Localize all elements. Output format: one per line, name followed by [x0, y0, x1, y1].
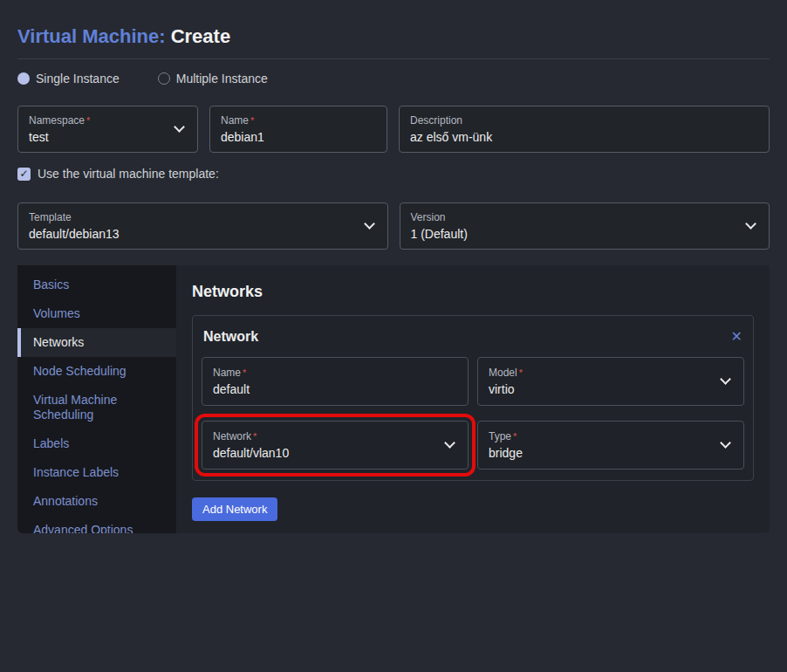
tab-labels[interactable]: Labels — [17, 429, 176, 458]
required-marker: * — [513, 431, 517, 442]
radio-multiple-instance[interactable]: Multiple Instance — [158, 72, 268, 86]
type-label: Type* — [489, 430, 733, 443]
network-card-fields: Name* default Model* virtio Network* def… — [202, 357, 744, 470]
basics-row-1: Namespace* test Name* debian1 Descriptio… — [17, 106, 770, 153]
required-marker: * — [253, 431, 257, 442]
template-label: Template — [29, 211, 377, 224]
model-select[interactable]: Model* virtio — [477, 357, 744, 406]
template-value: default/debian13 — [29, 226, 377, 242]
network-value: default/vlan10 — [213, 445, 457, 461]
network-card-title: Network — [203, 329, 258, 345]
use-template-checkbox-row[interactable]: ✓ Use the virtual machine template: — [17, 167, 770, 181]
required-marker: * — [519, 367, 523, 378]
description-field[interactable]: Description az első vm-ünk — [399, 106, 770, 153]
tab-networks[interactable]: Networks — [17, 328, 176, 357]
template-row: Template default/debian13 Version 1 (Def… — [17, 202, 770, 250]
title-divider — [17, 58, 770, 59]
radio-unselected-icon[interactable] — [158, 72, 170, 85]
namespace-label: Namespace* — [29, 114, 187, 127]
required-marker: * — [250, 115, 254, 126]
networks-panel: Networks Network ✕ Name* default Model* … — [176, 265, 770, 533]
description-value: az első vm-ünk — [410, 129, 758, 145]
tabs-sidebar: Basics Volumes Networks Node Scheduling … — [17, 265, 176, 533]
radio-multiple-instance-label: Multiple Instance — [176, 72, 268, 86]
version-label: Version — [411, 211, 759, 224]
radio-single-instance[interactable]: Single Instance — [17, 72, 120, 86]
tab-basics[interactable]: Basics — [17, 271, 176, 299]
tab-instance-labels[interactable]: Instance Labels — [17, 458, 176, 487]
close-icon[interactable]: ✕ — [731, 328, 743, 345]
network-label: Network* — [213, 430, 457, 443]
required-marker: * — [243, 367, 246, 378]
name-field[interactable]: Name* debian1 — [209, 106, 387, 153]
add-network-button[interactable]: Add Network — [192, 497, 277, 521]
tab-annotations[interactable]: Annotations — [17, 487, 176, 516]
page-title-action: Create — [171, 25, 230, 47]
network-select[interactable]: Network* default/vlan10 — [202, 421, 469, 470]
network-card: Network ✕ Name* default Model* virtio Ne… — [192, 315, 754, 481]
tab-node-scheduling[interactable]: Node Scheduling — [17, 357, 176, 386]
name-label: Name* — [221, 114, 376, 127]
version-value: 1 (Default) — [411, 226, 759, 242]
instance-mode-group: Single Instance Multiple Instance — [17, 72, 770, 86]
network-name-value: default — [213, 381, 457, 397]
vm-create-page: Virtual Machine: Create Single Instance … — [0, 24, 787, 672]
radio-selected-icon[interactable] — [17, 72, 30, 85]
page-title-prefix: Virtual Machine: — [17, 25, 166, 47]
vm-config-tabs-container: Basics Volumes Networks Node Scheduling … — [17, 265, 770, 533]
page-title: Virtual Machine: Create — [17, 24, 770, 49]
use-template-label: Use the virtual machine template: — [38, 167, 219, 181]
namespace-select[interactable]: Namespace* test — [17, 106, 198, 153]
description-label: Description — [410, 114, 758, 127]
model-value: virtio — [489, 381, 733, 397]
radio-single-instance-label: Single Instance — [36, 72, 120, 86]
type-value: bridge — [489, 445, 733, 461]
template-select[interactable]: Template default/debian13 — [17, 202, 388, 250]
network-name-field[interactable]: Name* default — [202, 357, 469, 406]
namespace-value: test — [29, 129, 187, 145]
tab-virtual-machine-scheduling[interactable]: Virtual Machine Scheduling — [17, 386, 176, 429]
name-value: debian1 — [221, 129, 376, 145]
network-card-header: Network ✕ — [202, 326, 744, 345]
networks-heading: Networks — [192, 283, 754, 301]
network-name-label: Name* — [213, 367, 457, 380]
tab-advanced-options[interactable]: Advanced Options — [17, 516, 176, 533]
required-marker: * — [86, 115, 90, 126]
tab-volumes[interactable]: Volumes — [17, 299, 176, 328]
type-select[interactable]: Type* bridge — [477, 421, 744, 470]
version-select[interactable]: Version 1 (Default) — [400, 202, 770, 250]
checkbox-checked-icon[interactable]: ✓ — [17, 168, 31, 181]
model-label: Model* — [489, 367, 733, 380]
